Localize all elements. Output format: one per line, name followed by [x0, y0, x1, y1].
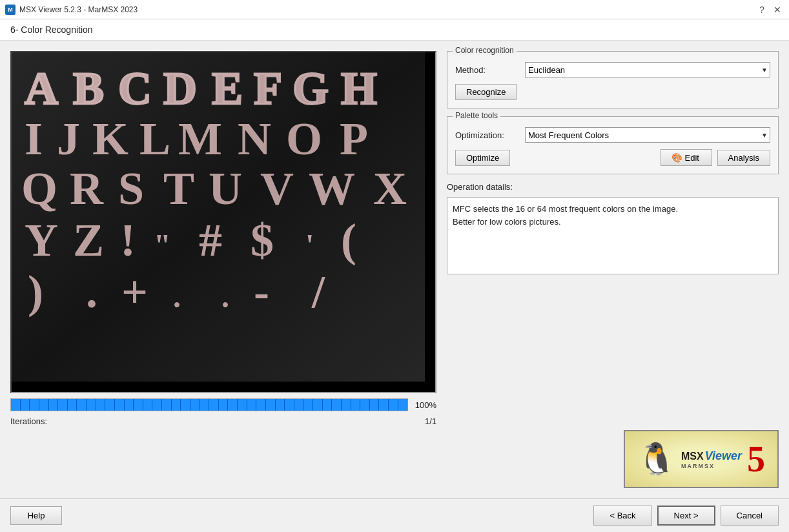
iterations-value: 1/1 — [425, 416, 436, 426]
msx-label: MSX — [681, 451, 704, 462]
left-panel: A A B B C C D D E E F F G G — [10, 51, 436, 488]
progress-bar-fill — [11, 399, 407, 411]
help-button[interactable]: ? — [755, 3, 768, 16]
titlebar: M MSX Viewer 5.2.3 - MarMSX 2023 ? ✕ — [0, 0, 789, 19]
optimization-select-wrapper: Most Frequent Colors Median Cut K-Means … — [525, 127, 770, 143]
logo-area: 🐧 MSX Viewer MARMSX 5 — [447, 430, 779, 488]
operation-text-line1: MFC selects the 16 or 64 most frequent c… — [453, 204, 678, 214]
iterations-label: Iterations: — [10, 416, 47, 426]
progress-percent: 100% — [413, 400, 436, 410]
operation-text-line2: Better for low colors pictures. — [453, 217, 561, 227]
iterations-row: Iterations: 1/1 — [10, 416, 436, 426]
optimization-row: Optimization: Most Frequent Colors Media… — [455, 127, 770, 143]
operation-text-area: MFC selects the 16 or 64 most frequent c… — [447, 197, 779, 274]
bottom-left: Help — [10, 506, 62, 525]
close-button[interactable]: ✕ — [771, 3, 784, 16]
image-container: A A B B C C D D E E F F G G — [10, 51, 436, 393]
main-content: A A B B C C D D E E F F G G — [0, 41, 789, 498]
optimization-select[interactable]: Most Frequent Colors Median Cut K-Means … — [525, 127, 770, 143]
method-select[interactable]: Euclidean Manhattan Weighted — [525, 62, 770, 77]
progress-row: 100% — [10, 398, 436, 411]
method-row: Method: Euclidean Manhattan Weighted ▼ — [455, 62, 770, 77]
analysis-button[interactable]: Analysis — [717, 150, 770, 166]
color-recognition-title: Color recognition — [453, 46, 517, 55]
help-button[interactable]: Help — [10, 506, 62, 525]
version-number: 5 — [747, 441, 765, 477]
next-button[interactable]: Next > — [657, 506, 715, 526]
operation-details-section: Operation datails: MFC selects the 16 or… — [447, 182, 779, 274]
titlebar-controls: ? ✕ — [755, 3, 784, 16]
app-icon: M — [5, 5, 15, 15]
right-panel: Color recognition Method: Euclidean Manh… — [447, 51, 779, 488]
optimization-label: Optimization: — [455, 130, 520, 140]
recognize-btn-row: Recognize — [455, 84, 770, 100]
page-heading: 6- Color Recognition — [0, 19, 789, 41]
bottom-bar: Help < Back Next > Cancel — [0, 498, 789, 532]
marmsx-label: MARMSX — [681, 463, 715, 469]
operation-label: Operation datails: — [447, 182, 779, 192]
recognize-button[interactable]: Recognize — [455, 84, 517, 100]
penguin-icon: 🐧 — [637, 444, 676, 475]
method-select-wrapper: Euclidean Manhattan Weighted ▼ — [525, 62, 770, 77]
palette-tools-group: Palette tools Optimization: Most Frequen… — [447, 116, 779, 174]
edit-button[interactable]: 🎨 Edit — [661, 149, 712, 166]
cancel-button[interactable]: Cancel — [721, 506, 779, 526]
titlebar-title: MSX Viewer 5.2.3 - MarMSX 2023 — [19, 5, 138, 14]
method-label: Method: — [455, 65, 520, 75]
logo-box: 🐧 MSX Viewer MARMSX 5 — [624, 430, 779, 488]
edit-icon: 🎨 — [671, 152, 682, 163]
back-button[interactable]: < Back — [593, 506, 651, 526]
bottom-right: < Back Next > Cancel — [593, 506, 779, 526]
palette-btn-row: Optimize 🎨 Edit Analysis — [455, 149, 770, 166]
color-recognition-group: Color recognition Method: Euclidean Manh… — [447, 51, 779, 108]
viewer-label: Viewer — [705, 449, 742, 463]
progress-bar-container — [10, 398, 408, 411]
logo-inner: 🐧 MSX Viewer MARMSX 5 — [637, 441, 765, 477]
edit-label: Edit — [685, 153, 699, 163]
titlebar-left: M MSX Viewer 5.2.3 - MarMSX 2023 — [5, 5, 138, 15]
palette-tools-title: Palette tools — [453, 111, 500, 120]
optimize-button[interactable]: Optimize — [455, 150, 510, 166]
msx-viewer-text: MSX Viewer MARMSX — [681, 449, 742, 469]
svg-rect-48 — [12, 52, 425, 382]
